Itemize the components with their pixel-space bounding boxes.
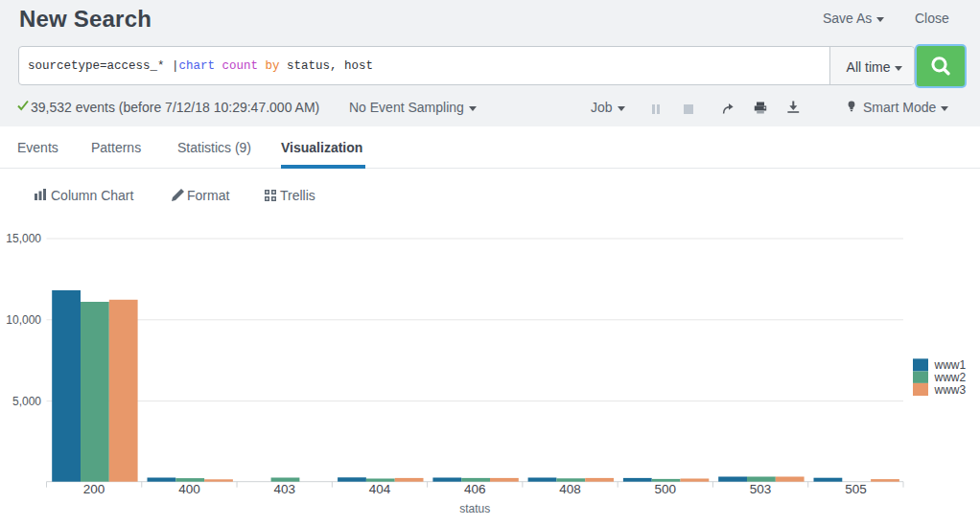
svg-text:15,000: 15,000 (6, 232, 41, 245)
svg-text:403: 403 (273, 482, 295, 496)
svg-text:200: 200 (83, 482, 105, 496)
svg-text:404: 404 (369, 482, 391, 496)
svg-text:10,000: 10,000 (6, 313, 41, 327)
svg-text:408: 408 (559, 482, 581, 496)
svg-text:500: 500 (655, 482, 677, 496)
svg-text:505: 505 (845, 482, 867, 496)
svg-text:400: 400 (178, 482, 200, 496)
svg-text:www3: www3 (934, 383, 967, 397)
svg-text:503: 503 (750, 482, 772, 496)
svg-text:status: status (459, 502, 490, 515)
svg-text:5,000: 5,000 (12, 395, 41, 408)
svg-text:406: 406 (464, 482, 486, 496)
